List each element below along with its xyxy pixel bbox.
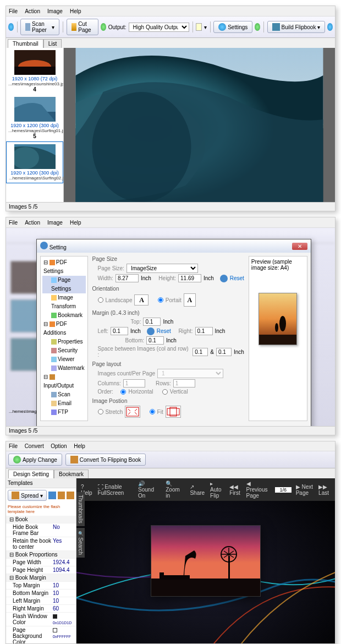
info-icon[interactable] [8,23,14,31]
properties-pane[interactable]: Templates Spread ▾ Please customize the … [6,478,76,643]
property-row[interactable]: ⊟ Book Proportions [6,551,76,559]
tree-security[interactable]: Security [42,346,86,355]
space-col-input[interactable] [193,348,208,356]
menu-action[interactable]: Action [25,220,40,226]
tree-ftp[interactable]: FTP [42,408,86,417]
tree-scan[interactable]: Scan [42,390,86,399]
tab-design-setting[interactable]: Design Setting [8,470,54,478]
chevron-down-icon[interactable]: ▾ [204,24,207,30]
tree-viewer[interactable]: Viewer [42,355,86,364]
property-row[interactable]: Top Margin10 [6,582,76,590]
close-button[interactable]: ✕ [292,243,307,250]
property-row[interactable]: Flash Window Color0x1D1D1D [6,613,76,626]
images-per-select[interactable]: 1 [157,369,223,378]
output-select[interactable]: High Quality Output [129,23,189,32]
property-row[interactable]: Right Margin60 [6,605,76,613]
landscape-radio[interactable] [98,297,103,303]
width-input[interactable] [116,274,139,282]
vertical-radio[interactable] [162,389,168,395]
portrait-radio[interactable] [158,297,163,303]
apply-change-button[interactable]: Apply Change [8,454,62,466]
thumb-item[interactable]: 1920 x 1080 (72 dpi) ...mes\images\sunsh… [6,48,63,95]
convert-button[interactable]: Convert To Flipping Book [65,454,146,466]
prev-button[interactable]: ◀ Previous Page [246,481,271,499]
menu-file[interactable]: File [9,443,18,449]
sound-button[interactable]: 🔊 Sound On [138,481,160,499]
scan-paper-button[interactable]: Scan Paper▾ [20,19,59,35]
tree-pdf-additions[interactable]: ⊟ PDF Additions [42,320,86,337]
tree-input-output[interactable]: ⊟ Input/Output [42,373,86,390]
property-row[interactable]: Page Height1094.4 [6,566,76,574]
horizontal-radio[interactable] [120,389,126,395]
build-flipbook-button[interactable]: Build Flipbook▾ [267,21,326,33]
reset-link[interactable]: Reset [230,275,244,281]
zoom-button[interactable]: 🔍 Zoom in [166,481,184,499]
help-icon[interactable] [327,23,333,31]
tree-watermark[interactable]: Watermark [42,364,86,373]
property-row[interactable]: Bottom Margin10 [6,590,76,597]
property-row[interactable]: Hide Book Frame BarNo [6,523,76,537]
menu-convert[interactable]: Convert [25,443,44,449]
flipbook-page[interactable] [151,525,261,597]
save-template-icon[interactable] [48,492,56,499]
menu-file[interactable]: File [9,220,18,226]
stretch-radio[interactable] [98,409,103,414]
autoflip-button[interactable]: ▸ Auto Flip [210,481,225,499]
right-input[interactable] [195,327,213,335]
menu-image[interactable]: Image [47,220,63,226]
left-input[interactable] [111,327,128,335]
reset-link[interactable]: Reset [157,328,171,334]
share-button[interactable]: ↗ Share [190,484,205,496]
side-tab-search[interactable]: 🔍 Search [76,528,85,558]
fit-radio[interactable] [150,409,155,414]
top-input[interactable] [143,318,161,326]
reset-icon[interactable] [220,275,228,282]
settings-tree[interactable]: ⊟ PDF Settings Page Settings Image Trans… [40,256,88,421]
cut-page-button[interactable]: Cut Page [67,19,98,35]
property-row[interactable]: Left Margin10 [6,597,76,605]
bottom-input[interactable] [146,336,164,345]
tree-properties[interactable]: Properties [42,337,86,346]
tab-thumbnail[interactable]: Thumbnail [8,39,43,48]
tab-list[interactable]: List [43,39,62,48]
page-size-select[interactable]: ImageSize [127,264,198,273]
color-swatch[interactable] [196,23,201,31]
tree-image-transform[interactable]: Image Transform [42,293,86,311]
thumbnail-pane[interactable]: 1920 x 1080 (72 dpi) ...mes\images\sunsh… [6,48,64,202]
export-icon[interactable] [58,492,65,499]
thumb-item[interactable]: 1920 x 1200 (300 dpi) ...hemes\images\Su… [6,141,63,183]
last-button[interactable]: ▶▶ Last [318,484,331,496]
info-icon[interactable] [255,23,260,31]
spread-select[interactable]: Spread ▾ [8,490,47,501]
first-button[interactable]: ◀◀ First [229,484,241,496]
property-row[interactable]: Page Width1924.4 [6,559,76,566]
info-icon[interactable] [101,23,106,31]
import-icon[interactable] [67,492,74,499]
tab-bookmark[interactable]: Bookmark [54,470,89,478]
property-row[interactable]: Page Background Color0xFFFFFF [6,626,76,643]
menu-help[interactable]: Help [70,220,81,226]
space-row-input[interactable] [216,348,232,356]
reset-icon[interactable] [147,328,155,335]
fullscreen-button[interactable]: ⛶ Enable FullScreen [98,484,133,496]
property-row[interactable]: ⊟ Book Margin [6,574,76,582]
next-button[interactable]: ▶ Next Page [296,484,314,496]
thumb-item[interactable]: 1920 x 1200 (300 dpi) ...hemes\images\Su… [6,95,63,141]
page-input[interactable] [275,487,292,493]
menu-action[interactable]: Action [25,8,40,14]
menu-image[interactable]: Image [47,8,63,14]
menu-help[interactable]: Help [74,443,85,449]
side-tab-thumbnails[interactable]: Thumbnails [76,492,85,526]
property-row[interactable]: Retain the book to centerYes [6,537,76,551]
tree-page-settings[interactable]: Page Settings [42,276,86,293]
menu-option[interactable]: Option [51,443,67,449]
tree-email[interactable]: Email [42,399,86,408]
height-input[interactable] [178,274,201,282]
dialog-titlebar[interactable]: Setting ✕ [37,239,311,253]
tree-bookmark[interactable]: Bookmark [42,311,86,320]
menu-file[interactable]: File [9,8,18,14]
menu-help[interactable]: Help [70,8,81,14]
settings-button[interactable]: Settings [213,21,252,33]
tree-pdf-settings[interactable]: ⊟ PDF Settings [42,258,86,276]
property-row[interactable]: ⊟ Book [6,516,76,523]
